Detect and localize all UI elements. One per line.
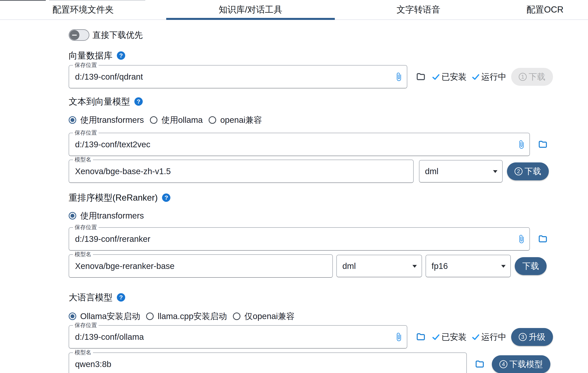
vector-db-save-path-input[interactable]	[75, 72, 388, 82]
radio-icon	[209, 116, 216, 124]
check-icon	[431, 332, 440, 341]
radio-icon	[69, 116, 76, 124]
direct-download-toggle-row: 直接下载优先	[69, 29, 588, 41]
step-badge: 1	[519, 73, 527, 81]
status-running: 运行中	[471, 71, 506, 83]
radio-icon	[69, 312, 76, 320]
download-llm-model-button[interactable]: 4 下载模型	[492, 355, 550, 373]
check-icon	[431, 73, 440, 81]
radio-openai-compatible[interactable]: openai兼容	[209, 114, 262, 125]
help-icon[interactable]: ?	[162, 194, 170, 202]
tab-text-to-speech[interactable]: 文字转语音	[335, 0, 502, 19]
folder-icon[interactable]	[416, 332, 426, 342]
tab-config-ocr[interactable]: 配置OCR	[502, 0, 588, 19]
field-label: 模型名	[73, 251, 93, 257]
field-label: 保存位置	[73, 62, 99, 68]
attach-icon[interactable]	[394, 332, 403, 342]
reranker-precision-select[interactable]: fp16	[426, 255, 511, 277]
llm-save-path-field: 保存位置	[69, 325, 407, 349]
reranker-save-path-field: 保存位置	[69, 227, 530, 251]
radio-use-transformers[interactable]: 使用transformers	[69, 210, 144, 221]
reranker-device-select[interactable]: dml	[336, 255, 422, 277]
upgrade-ollama-button[interactable]: 3 升级	[511, 328, 553, 346]
section-title-reranker: 重排序模型(ReRanker)	[69, 193, 158, 202]
help-icon[interactable]: ?	[117, 293, 125, 301]
radio-llamacpp-install[interactable]: llama.cpp安装启动	[146, 311, 227, 322]
radio-icon	[69, 212, 76, 219]
llm-model-field: 模型名	[69, 352, 467, 373]
direct-download-toggle-label: 直接下载优先	[93, 30, 143, 41]
status-installed: 已安装	[431, 71, 467, 83]
radio-use-transformers[interactable]: 使用transformers	[69, 114, 144, 125]
vector-db-save-path-field: 保存位置	[69, 65, 407, 88]
caret-down-icon	[493, 170, 497, 173]
status-installed: 已安装	[431, 332, 467, 342]
folder-icon[interactable]	[416, 72, 426, 82]
section-title-llm: 大语言模型	[69, 293, 113, 302]
download-reranker-button[interactable]: 下载	[515, 257, 546, 275]
check-icon	[471, 73, 480, 81]
download-qdrant-button[interactable]: 1 下载	[511, 68, 553, 86]
check-icon	[471, 332, 480, 341]
caret-down-icon	[501, 265, 506, 268]
minus-icon	[72, 35, 77, 36]
direct-download-toggle[interactable]	[69, 29, 89, 41]
help-icon[interactable]: ?	[117, 51, 125, 60]
radio-icon	[150, 116, 158, 124]
section-title-vector-db: 向量数据库	[69, 51, 113, 60]
download-text2vec-button[interactable]: 2 下载	[507, 162, 549, 180]
radio-icon	[233, 312, 241, 320]
radio-openai-only[interactable]: 仅openai兼容	[233, 311, 294, 322]
text2vec-device-select[interactable]: dml	[419, 160, 503, 183]
field-label: 保存位置	[73, 224, 99, 230]
step-badge: 2	[514, 167, 523, 175]
reranker-model-field: 模型名	[69, 254, 333, 278]
tab-bar: 配置环境文件夹 知识库/对话工具 文字转语音 配置OCR	[0, 0, 588, 20]
tab-knowledge-dialog-tools[interactable]: 知识库/对话工具	[166, 0, 335, 19]
step-badge: 3	[519, 333, 527, 341]
step-badge: 4	[499, 360, 507, 368]
text2vec-model-field: 模型名	[69, 160, 414, 183]
folder-icon[interactable]	[538, 140, 548, 149]
tab-config-env-folder[interactable]: 配置环境文件夹	[0, 0, 166, 19]
attach-icon[interactable]	[394, 72, 403, 81]
text2vec-save-path-input[interactable]	[75, 140, 510, 149]
folder-icon[interactable]	[538, 234, 548, 244]
attach-icon[interactable]	[517, 140, 526, 149]
status-running: 运行中	[471, 332, 506, 342]
field-label: 保存位置	[73, 130, 99, 136]
reranker-save-path-input[interactable]	[75, 234, 510, 244]
text2vec-model-input[interactable]	[75, 166, 407, 176]
toggle-knob	[69, 30, 79, 40]
radio-icon	[146, 312, 154, 320]
llm-save-path-input[interactable]	[75, 332, 388, 342]
folder-icon[interactable]	[475, 360, 484, 369]
reranker-model-input[interactable]	[75, 261, 326, 271]
caret-down-icon	[412, 265, 417, 268]
field-label: 模型名	[73, 350, 93, 355]
field-label: 模型名	[73, 157, 93, 163]
llm-engine-radio-group: Ollama安装启动 llama.cpp安装启动 仅openai兼容	[69, 311, 588, 322]
field-label: 保存位置	[73, 322, 99, 328]
radio-ollama-install[interactable]: Ollama安装启动	[69, 311, 140, 322]
radio-use-ollama[interactable]: 使用ollama	[150, 114, 203, 125]
text2vec-save-path-field: 保存位置	[69, 133, 530, 156]
llm-model-input[interactable]	[75, 360, 460, 369]
section-title-text2vec: 文本到向量模型	[69, 97, 130, 106]
attach-icon[interactable]	[517, 235, 526, 244]
text2vec-engine-radio-group: 使用transformers 使用ollama openai兼容	[69, 114, 588, 125]
reranker-engine-radio-group: 使用transformers	[69, 210, 588, 221]
help-icon[interactable]: ?	[134, 97, 143, 106]
